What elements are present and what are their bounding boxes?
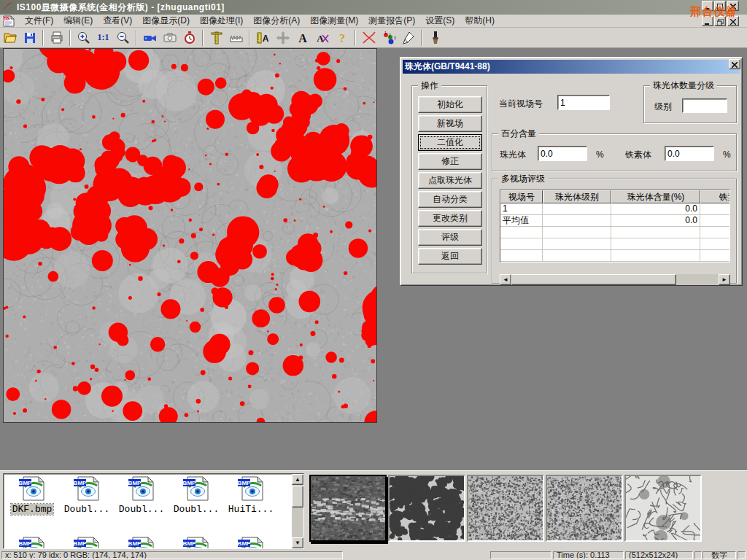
file-name: Doubl... [172,504,220,515]
op-button-7[interactable]: 更改类别 [418,210,482,227]
table-row[interactable]: 10.0 [500,203,730,215]
svg-text:BMP: BMP [238,480,251,486]
scroll-up-button[interactable]: ▲ [292,474,303,485]
table-cell [700,238,730,250]
level-label: 级别 [654,101,672,112]
open-file-button[interactable] [1,29,19,47]
text-delete-button[interactable]: A [313,29,331,47]
svg-text:BMP: BMP [183,540,196,547]
table-header-cell: 珠光体级别 [543,190,611,203]
micrograph-canvas[interactable] [4,49,376,422]
brush-tool-button[interactable] [426,29,444,47]
text-tool-button[interactable]: A [293,29,311,47]
measure-label-button[interactable]: A [254,29,272,47]
svg-text:A: A [262,34,268,44]
op-button-2[interactable]: 新视场 [418,115,482,132]
table-row[interactable] [500,238,730,250]
save-button[interactable] [20,29,39,47]
move-tool-button[interactable] [274,29,292,47]
file-item[interactable]: BMP [169,537,223,549]
actual-size-button[interactable]: 1:1 [94,29,112,47]
table-hscrollbar[interactable]: ◄ ► [500,274,730,285]
table-cell: 0.0 [611,215,700,227]
level-input[interactable] [682,98,727,113]
menu-item-2[interactable]: 编辑(E) [58,15,98,27]
toolbar-separator [355,30,356,46]
camera-capture-button[interactable] [160,29,179,47]
op-button-3[interactable]: 二值化 [418,134,482,151]
menu-item-7[interactable]: 图像测量(M) [305,15,363,27]
table-row[interactable]: 平均值0.0 [500,215,730,227]
zoom-out-button[interactable] [114,29,132,47]
file-item[interactable]: BMP DKF.bmp [5,476,59,515]
toolbar-separator [421,30,422,46]
menu-item-9[interactable]: 设置(S) [420,15,460,27]
pen-tool-button[interactable] [399,29,417,47]
menu-item-4[interactable]: 图像显示(D) [137,15,195,27]
thumbnail-3[interactable] [467,475,544,542]
window-title: IS100显微摄像系统(金相分析版) - [zhuguangti01] [17,1,225,14]
curve-tool-button[interactable] [360,29,378,47]
file-list[interactable]: BMP BMP BMP BMP BMP [3,473,304,549]
thumbnail-5[interactable] [624,475,702,542]
file-item[interactable]: BMP Doubl... [169,476,223,515]
multifield-table[interactable]: 视场号珠光体级别珠光体含量(%)铁素体含量(%)10.0平均值0.0 [500,190,730,262]
op-button-9[interactable]: 返回 [418,248,482,265]
pearlite-percent-input[interactable] [538,146,587,161]
menu-item-1[interactable]: 文件(F) [20,15,58,27]
op-button-4[interactable]: 修正 [418,153,482,170]
status-blank-1 [490,551,551,559]
file-item[interactable]: BMP [115,537,169,549]
caliper-vertical-button[interactable] [207,29,225,47]
bmp-file-icon: BMP [73,476,101,501]
current-field-input[interactable] [557,95,610,110]
file-item[interactable]: BMP [5,537,59,549]
file-item[interactable]: BMP Doubl... [60,476,114,515]
bmp-file-icon: BMP [73,537,101,549]
file-item[interactable]: BMP [224,537,278,549]
menu-item-6[interactable]: 图像分析(A) [248,15,305,27]
table-row[interactable] [500,250,730,262]
document-icon[interactable]: DOC [2,15,15,27]
vscroll-thumb[interactable] [292,486,303,508]
file-item[interactable]: BMP HuiTi... [224,476,278,515]
ruler-horizontal-button[interactable] [227,29,245,47]
thumbnail-4[interactable] [546,475,623,542]
op-button-5[interactable]: 点取珠光体 [418,172,482,189]
thumbnail-2[interactable] [388,475,465,542]
zoom-in-button[interactable] [74,29,93,47]
scroll-down-button[interactable]: ▼ [292,537,303,548]
help-button[interactable]: ? [333,29,351,47]
menu-item-10[interactable]: 帮助(H) [460,15,500,27]
timer-button[interactable] [180,29,198,47]
table-cell [611,250,700,262]
ferrite-percent-input[interactable] [665,146,714,161]
table-header-cell: 铁素体含量(%) [700,190,730,203]
svg-text:3: 3 [394,36,396,40]
thumbnail-1[interactable] [309,475,387,542]
menu-item-3[interactable]: 查看(V) [98,15,137,27]
hscroll-thumb[interactable] [511,274,676,285]
dialog-title-bar[interactable]: 珠光体(GB/T9441-88) [403,60,740,74]
status-bar: x: 510 y: 79 idx: 0 RGB: (174, 174, 174)… [0,551,747,560]
scroll-right-button[interactable]: ► [719,274,730,285]
dialog-close-button[interactable] [729,59,740,69]
file-item[interactable]: BMP [60,537,114,549]
op-button-6[interactable]: 自动分类 [418,191,482,208]
video-capture-button[interactable] [141,29,159,47]
print-button[interactable] [47,29,66,47]
micrograph-frame[interactable] [3,48,377,423]
file-list-scrollbar[interactable]: ▲ ▼ [292,474,303,548]
menu-item-5[interactable]: 图像处理(I) [195,15,248,27]
dialog-body: 操作 初始化新视场二值化修正点取珠光体自动分类更改类别评级返回 当前视场号 珠光… [403,74,740,283]
op-button-1[interactable]: 初始化 [418,96,482,113]
table-cell [611,238,700,250]
file-item[interactable]: BMP Doubl... [115,476,169,515]
table-row[interactable] [500,227,730,238]
menu-bar: DOC 文件(F)编辑(E)查看(V)图像显示(D)图像处理(I)图像分析(A)… [0,15,747,28]
menu-item-8[interactable]: 测量报告(P) [363,15,420,27]
count-points-button[interactable]: 123 [379,29,398,47]
scroll-left-button[interactable]: ◄ [500,274,511,285]
op-button-8[interactable]: 评级 [418,229,482,246]
dialog-title: 珠光体(GB/T9441-88) [405,61,490,73]
